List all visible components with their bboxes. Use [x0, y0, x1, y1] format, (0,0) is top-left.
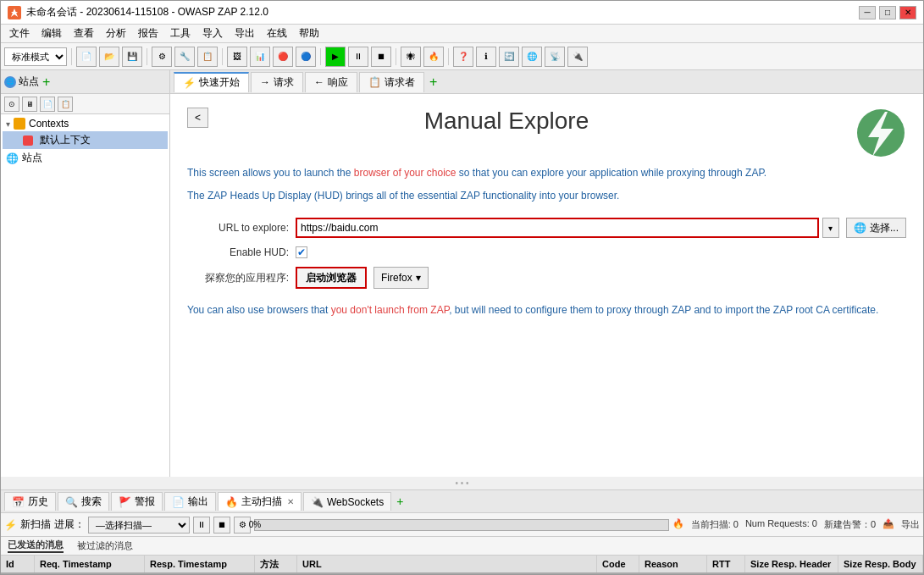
toolbar-btn-4[interactable]: 🖼	[227, 47, 247, 67]
globe-select-icon: 🌐	[854, 222, 866, 234]
browser-selector[interactable]: Firefox ▾	[373, 267, 429, 289]
tab-websockets[interactable]: 🔌 WebSockets	[303, 492, 391, 511]
hud-label: Enable HUD:	[187, 246, 289, 258]
select-button[interactable]: 🌐 选择...	[846, 218, 906, 238]
left-toolbar-btn-1[interactable]: ⊙	[4, 97, 19, 112]
tab-response-label: 响应	[328, 75, 348, 90]
toolbar-btn-9[interactable]: 🔌	[567, 47, 588, 67]
tree-default-context[interactable]: 默认上下文	[3, 131, 168, 149]
menu-analyze[interactable]: 分析	[101, 25, 131, 41]
filter-filtered-messages[interactable]: 被过滤的消息	[77, 539, 133, 552]
mode-selector[interactable]: 标准模式 安全模式 保护模式	[4, 47, 67, 66]
pause-button[interactable]: ⏸	[348, 47, 368, 67]
help-button[interactable]: ❓	[453, 47, 473, 67]
url-input[interactable]	[296, 218, 819, 238]
globe-icon-2: 🌐	[6, 152, 19, 164]
page-title: Manual Explore	[208, 108, 805, 135]
bottom-tabs: 📅 历史 🔍 搜索 🚩 警报 📄 输出 🔥 主动扫描 ✕ 🔌 WebSocket…	[1, 489, 923, 513]
col-rtt: RTT	[707, 556, 745, 572]
menu-online[interactable]: 在线	[262, 25, 292, 41]
menu-file[interactable]: 文件	[4, 25, 35, 41]
col-resp-timestamp: Resp. Timestamp	[145, 556, 255, 572]
tab-requester-label: 请求者	[385, 75, 415, 90]
close-button[interactable]: ✕	[899, 6, 916, 19]
description-1: This screen allows you to launch the bro…	[187, 165, 906, 181]
tree-sites[interactable]: 🌐 站点	[3, 149, 168, 167]
online-button[interactable]: 🌐	[522, 47, 542, 67]
tree-contexts[interactable]: ▾ Contexts	[3, 116, 168, 131]
left-toolbar-btn-3[interactable]: 📄	[40, 97, 55, 112]
tab-active-scan[interactable]: 🔥 主动扫描 ✕	[218, 492, 302, 511]
menu-edit[interactable]: 编辑	[36, 25, 67, 41]
tab-requester[interactable]: 📋 请求者	[359, 72, 424, 92]
scan-new-icon: ⚡	[4, 519, 17, 531]
hud-row: Enable HUD: ✔	[187, 246, 906, 258]
toolbar-btn-6[interactable]: 🔴	[273, 47, 293, 67]
search-icon: 🔍	[65, 496, 78, 508]
toolbar-btn-5[interactable]: 📊	[250, 47, 270, 67]
tree-expand-icon: ▾	[6, 119, 10, 129]
toolbar-sep-1	[71, 48, 72, 65]
add-bottom-tab-button[interactable]: +	[393, 495, 407, 508]
menu-report[interactable]: 报告	[133, 25, 163, 41]
main-toolbar: 标准模式 安全模式 保护模式 📄 📂 💾 ⚙ 🔧 📋 🖼 📊 🔴 🔵 ▶ ⏸ ⏹…	[1, 43, 923, 70]
filter-sent-messages[interactable]: 已发送的消息	[8, 539, 64, 553]
separator: • • •	[1, 477, 923, 489]
start-button[interactable]: ▶	[325, 47, 346, 67]
toolbar-btn-3[interactable]: 📋	[197, 47, 218, 67]
add-right-tab-button[interactable]: +	[426, 75, 440, 90]
right-panel: ⚡ 快速开始 → 请求 ← 响应 📋 请求者 +	[170, 70, 923, 477]
toolbar-btn-2[interactable]: 🔧	[174, 47, 195, 67]
title-bar: 未命名会话 - 20230614-115108 - OWASP ZAP 2.12…	[1, 1, 923, 25]
about-button[interactable]: ℹ	[476, 47, 496, 67]
scan-stop-button[interactable]: ⏹	[213, 517, 230, 534]
scan-button[interactable]: 🔥	[423, 47, 444, 67]
sites-tab[interactable]: 🌐 站点	[4, 75, 39, 89]
new-alerts-status: 新建告警：0	[824, 518, 876, 531]
tab-request[interactable]: → 请求	[251, 72, 303, 92]
active-scan-icon: 🔥	[225, 496, 238, 508]
update-button[interactable]: 🔄	[499, 47, 519, 67]
add-tab-button[interactable]: +	[42, 75, 50, 90]
menu-help[interactable]: 帮助	[294, 25, 324, 41]
col-method: 方法	[255, 556, 297, 572]
open-button[interactable]: 📂	[99, 47, 119, 67]
tab-output[interactable]: 📄 输出	[164, 492, 216, 511]
spider-button[interactable]: 🕷	[401, 47, 421, 67]
menu-view[interactable]: 查看	[69, 25, 99, 41]
maximize-button[interactable]: □	[879, 6, 896, 19]
col-reason: Reason	[639, 556, 707, 572]
stop-button[interactable]: ⏹	[371, 47, 391, 67]
tab-history[interactable]: 📅 历史	[4, 492, 56, 511]
menu-import[interactable]: 导入	[197, 25, 228, 41]
toolbar-btn-8[interactable]: 📡	[545, 47, 565, 67]
hud-checkbox[interactable]: ✔	[296, 246, 307, 258]
export-icon: 📤	[883, 518, 894, 531]
tab-quick-start[interactable]: ⚡ 快速开始	[174, 72, 249, 92]
tab-search[interactable]: 🔍 搜索	[58, 492, 109, 511]
left-toolbar-btn-2[interactable]: 🖥	[22, 97, 37, 112]
col-size-header: Size Resp. Header	[745, 556, 838, 572]
request-icon: →	[260, 76, 270, 88]
launch-label: 探察您的应用程序:	[187, 271, 289, 285]
toolbar-sep-4	[320, 48, 321, 65]
new-session-button[interactable]: 📄	[76, 47, 97, 67]
left-toolbar-btn-4[interactable]: 📋	[58, 97, 73, 112]
scan-select[interactable]: —选择扫描—	[88, 517, 190, 534]
menu-export[interactable]: 导出	[230, 25, 260, 41]
browser-dropdown-icon: ▾	[416, 272, 421, 284]
tab-response[interactable]: ← 响应	[305, 72, 357, 92]
col-id: Id	[1, 556, 35, 572]
scan-pause-button[interactable]: ⏸	[193, 517, 210, 534]
settings-button[interactable]: ⚙	[152, 47, 172, 67]
tab-alerts[interactable]: 🚩 警报	[111, 492, 163, 511]
tab-close-icon[interactable]: ✕	[287, 497, 294, 506]
back-button[interactable]: <	[187, 108, 208, 128]
launch-browser-button[interactable]: 启动浏览器	[296, 267, 367, 289]
menu-tools[interactable]: 工具	[165, 25, 196, 41]
toolbar-btn-7[interactable]: 🔵	[296, 47, 316, 67]
url-dropdown-button[interactable]: ▾	[822, 218, 839, 238]
save-button[interactable]: 💾	[122, 47, 142, 67]
minimize-button[interactable]: ─	[859, 6, 876, 19]
launch-row: 探察您的应用程序: 启动浏览器 Firefox ▾	[187, 267, 906, 289]
